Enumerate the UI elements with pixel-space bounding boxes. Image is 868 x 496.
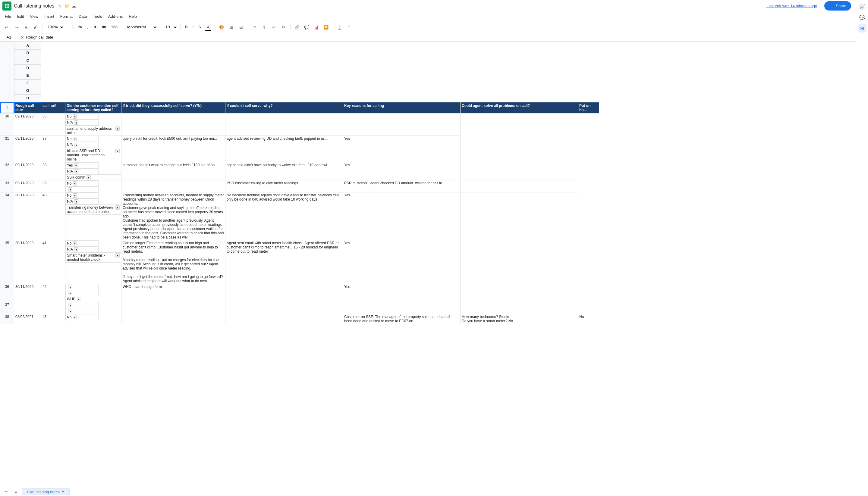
col-header-H[interactable]: H bbox=[14, 95, 41, 102]
row-num-30[interactable]: 30 bbox=[0, 113, 14, 136]
dropdown-indicator[interactable]: ▾ bbox=[68, 187, 72, 191]
cell-B-31[interactable]: 37 bbox=[41, 136, 65, 162]
cell-F-36[interactable]: WHD - can through form bbox=[121, 284, 225, 302]
cell-D-31[interactable]: N/A▾ bbox=[65, 142, 99, 148]
cell-H-35[interactable]: Yes bbox=[343, 240, 461, 284]
cell-D-37[interactable]: ▾ bbox=[65, 308, 99, 314]
print-button[interactable]: 🖨 bbox=[22, 23, 30, 31]
cell-C-32[interactable]: Yes▾ bbox=[65, 162, 99, 168]
side-sheets-icon[interactable]: ⊞ bbox=[858, 24, 867, 32]
function-button[interactable]: ∑ bbox=[335, 23, 344, 31]
cell-H-36[interactable]: Yes bbox=[343, 284, 461, 302]
fill-color-button[interactable]: 🎨 bbox=[218, 23, 226, 31]
merge-button[interactable]: ⊟ bbox=[237, 23, 245, 31]
cell-D-34[interactable]: N/A▾ bbox=[65, 199, 99, 204]
borders-button[interactable]: ⊞ bbox=[227, 23, 236, 31]
cell-B-30[interactable]: 36 bbox=[41, 113, 65, 136]
cell-H-33[interactable] bbox=[461, 181, 578, 192]
cell-H1[interactable]: Put on ho... bbox=[578, 102, 599, 113]
cell-F-35[interactable]: Can no longer Elec meter reading as it i… bbox=[121, 240, 225, 284]
col-header-A[interactable]: A bbox=[14, 42, 41, 49]
menu-view[interactable]: View bbox=[27, 13, 41, 20]
dropdown-indicator[interactable]: ▾ bbox=[74, 163, 78, 168]
undo-button[interactable]: ↩ bbox=[2, 23, 11, 31]
fontsize-select[interactable]: 10 bbox=[163, 23, 178, 31]
menu-help[interactable]: Help bbox=[126, 13, 139, 20]
dropdown-indicator[interactable]: ▾ bbox=[74, 247, 78, 251]
cell-A-36[interactable]: 30/11/2020 bbox=[14, 284, 41, 302]
row-num-31[interactable]: 31 bbox=[0, 136, 14, 162]
cloud-icon[interactable]: ☁ bbox=[72, 4, 76, 9]
cell-D1[interactable]: If tried, did they successfully self ser… bbox=[121, 102, 225, 113]
currency-button[interactable]: £ bbox=[70, 23, 75, 31]
side-chat-icon[interactable]: 💬 bbox=[858, 13, 867, 22]
cell-F-38[interactable]: Customer on SSE. The manager of the prop… bbox=[343, 314, 461, 324]
cell-E1[interactable]: If couldn't self serve, why? bbox=[225, 102, 343, 113]
col-header-G[interactable]: G bbox=[14, 87, 41, 95]
folder-icon[interactable]: 📁 bbox=[64, 4, 69, 9]
dropdown-indicator[interactable]: ▾ bbox=[77, 297, 81, 301]
cell-F1[interactable]: Key reasons for calling bbox=[343, 102, 461, 113]
cell-E-30[interactable]: can't amend supply address online▾ bbox=[65, 126, 121, 136]
cell-E-37[interactable] bbox=[121, 302, 225, 314]
cell-G-34[interactable]: No because frontline agents don't have a… bbox=[225, 192, 343, 240]
cell-C-37[interactable]: ▾ bbox=[65, 302, 99, 308]
bold-button[interactable]: B bbox=[183, 23, 189, 31]
row-num-33[interactable]: 33 bbox=[0, 181, 14, 192]
text-color-button[interactable]: A bbox=[204, 23, 212, 31]
row-num-1[interactable]: 1 bbox=[0, 102, 14, 113]
dropdown-indicator[interactable]: ▾ bbox=[73, 241, 77, 245]
cell-C-34[interactable]: No▾ bbox=[65, 192, 99, 199]
cell-A-37[interactable] bbox=[14, 302, 41, 314]
cell-B-37[interactable] bbox=[41, 302, 65, 314]
cell-A-32[interactable]: 09/11/2020 bbox=[14, 162, 41, 181]
col-header-C[interactable]: C bbox=[14, 57, 41, 64]
cell-G-37[interactable] bbox=[343, 302, 461, 314]
spreadsheet[interactable]: A B C D E F G H 1 Rough call date call n… bbox=[0, 42, 868, 487]
cell-A-31[interactable]: 09/11/2020 bbox=[14, 136, 41, 162]
corner-cell[interactable] bbox=[0, 42, 14, 103]
h-align-button[interactable]: ≡ bbox=[251, 23, 259, 31]
dropdown-indicator[interactable]: ▾ bbox=[116, 126, 120, 131]
row-num-36[interactable]: 36 bbox=[0, 284, 14, 302]
dropdown-indicator[interactable]: ▾ bbox=[74, 169, 78, 173]
cell-F-32[interactable]: customer doesn't want to change our feel… bbox=[121, 162, 225, 181]
cell-D-35[interactable]: N/A▾ bbox=[65, 246, 99, 252]
cell-D-38[interactable] bbox=[121, 314, 225, 324]
percent-button[interactable]: % bbox=[77, 23, 84, 31]
dropdown-indicator[interactable]: ▾ bbox=[116, 253, 120, 258]
cell-ref[interactable]: A1 bbox=[0, 33, 18, 41]
cell-G-31[interactable]: agent advised reviewing DD and checking … bbox=[225, 136, 343, 162]
cell-D-32[interactable]: N/A▾ bbox=[65, 168, 99, 174]
cell-G-38[interactable]: How many bedrooms? Studio Do you have a … bbox=[461, 314, 578, 324]
decimal-dec-button[interactable]: .0 bbox=[91, 23, 98, 31]
cell-G-33[interactable]: PSR customer.. agent checked DD amount. … bbox=[343, 181, 461, 192]
menu-edit[interactable]: Edit bbox=[15, 13, 26, 20]
cell-B-35[interactable]: 41 bbox=[41, 240, 65, 284]
cell-G1[interactable]: Could agent solve all problems on call? bbox=[461, 102, 578, 113]
dropdown-indicator[interactable]: ▾ bbox=[68, 291, 72, 295]
redo-button[interactable]: ↪ bbox=[12, 23, 20, 31]
dropdown-indicator[interactable]: ▾ bbox=[68, 309, 72, 313]
cell-H-31[interactable]: Yes bbox=[343, 136, 461, 162]
row-num-32[interactable]: 32 bbox=[0, 162, 14, 181]
dropdown-indicator[interactable]: ▾ bbox=[73, 137, 77, 141]
doc-title[interactable]: Call listening notes bbox=[14, 3, 54, 9]
cell-H-38[interactable]: No bbox=[578, 314, 599, 324]
link-button[interactable]: 🔗 bbox=[293, 23, 301, 31]
cell-G-30[interactable] bbox=[225, 113, 343, 136]
col-header-D[interactable]: D bbox=[14, 64, 41, 72]
cell-C-30[interactable]: No▾ bbox=[65, 113, 99, 120]
filter-button[interactable]: 🔽 bbox=[322, 23, 330, 31]
dropdown-indicator[interactable]: ▾ bbox=[116, 149, 120, 153]
cell-F-31[interactable]: query on bill for credit. took £500 out.… bbox=[121, 136, 225, 162]
cell-G-35[interactable]: Agent sent email with smart meter health… bbox=[225, 240, 343, 284]
menu-addons[interactable]: Add-ons bbox=[106, 13, 125, 20]
menu-insert[interactable]: Insert bbox=[42, 13, 57, 20]
cell-C-35[interactable]: No▾ bbox=[65, 240, 99, 246]
dropdown-indicator[interactable]: ▾ bbox=[68, 285, 72, 289]
menu-format[interactable]: Format bbox=[58, 13, 75, 20]
col-header-B[interactable]: B bbox=[14, 49, 41, 57]
cell-F-33[interactable]: PSR customer calling to give meter readi… bbox=[225, 181, 343, 192]
cell-G-32[interactable]: agent said didn't have authority to waiv… bbox=[225, 162, 343, 181]
